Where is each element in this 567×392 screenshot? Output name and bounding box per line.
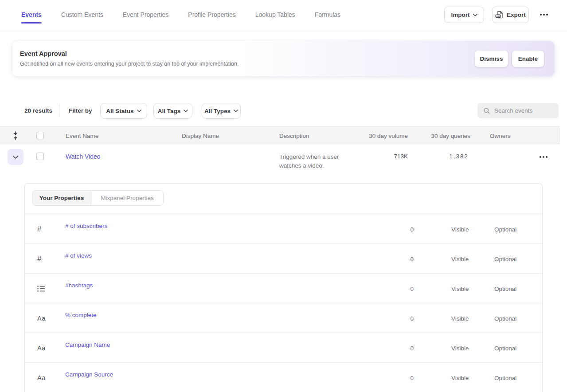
property-row: Aa Campaign Source 0 Visible Optional [25,362,542,392]
tab-event-properties[interactable]: Event Properties [123,0,169,29]
tab-formulas[interactable]: Formulas [315,0,340,29]
event-description: Triggered when a user watches a video. [279,153,339,170]
header-event-name: Event Name [66,133,98,139]
csv-file-icon: csv [495,11,504,19]
property-name-link[interactable]: Campaign Source [65,371,113,378]
chevron-down-icon [137,110,141,112]
tab-your-properties[interactable]: Your Properties [32,191,91,205]
text-icon: Aa [37,363,47,392]
text-icon: Aa [37,333,47,363]
tags-filter-label: All Tags [158,108,181,114]
tab-custom-events[interactable]: Custom Events [61,0,103,29]
number-icon: # [37,214,47,244]
collapse-all-icon[interactable] [12,131,19,141]
property-permission: Optional [494,256,516,263]
filter-by-label: Filter by [69,107,92,114]
property-name-link[interactable]: % complete [65,312,97,318]
property-visibility: Visible [451,315,469,322]
banner-description: Get notified on all new events entering … [20,61,239,67]
import-label: Import [451,12,470,18]
text-icon: Aa [37,303,47,333]
event-volume: 713K [350,153,408,160]
row-checkbox[interactable] [36,153,44,160]
property-volume: 0 [369,345,414,352]
property-volume: 0 [369,286,414,292]
property-row: #hashtags 0 Visible Optional [25,273,542,303]
lexicon-page: Events Custom Events Event Properties Pr… [0,0,567,392]
property-volume: 0 [369,226,414,233]
types-filter-label: All Types [204,108,231,114]
tab-events[interactable]: Events [21,0,42,29]
header-display-name: Display Name [182,133,219,139]
search-placeholder: Search events [494,107,532,114]
property-visibility: Visible [451,226,469,233]
row-more-menu-icon[interactable] [540,156,547,158]
property-visibility: Visible [451,375,469,381]
event-row-watch-video: Watch Video Triggered when a user watche… [0,145,567,183]
property-permission: Optional [494,315,516,322]
property-volume: 0 [369,375,414,381]
tab-profile-properties[interactable]: Profile Properties [188,0,235,29]
top-navigation: Events Custom Events Event Properties Pr… [0,0,567,29]
property-permission: Optional [494,226,516,233]
svg-text:csv: csv [497,15,500,17]
status-filter-label: All Status [106,108,133,114]
collapse-row-button[interactable] [8,149,23,165]
property-visibility: Visible [451,256,469,263]
chevron-down-icon [473,14,477,16]
status-filter-dropdown[interactable]: All Status [100,103,147,119]
chevron-down-icon [234,110,238,112]
property-volume: 0 [369,256,414,263]
number-icon: # [37,244,47,274]
events-table-header: Event Name Display Name Description 30 d… [0,126,559,144]
header-owners: Owners [490,133,511,139]
property-volume: 0 [369,315,414,322]
properties-list: # # of subscribers 0 Visible Optional # … [25,214,542,392]
import-button[interactable]: Import [444,7,484,23]
divider [59,105,59,117]
property-row: # # of views 0 Visible Optional [25,243,542,273]
property-visibility: Visible [451,345,469,352]
export-label: Export [507,12,526,18]
header-description: Description [279,133,309,139]
more-menu-icon[interactable] [540,14,548,16]
header-queries: 30 day queries [411,133,470,139]
banner-title: Event Approval [20,50,67,57]
event-approval-banner: Event Approval Get notified on all new e… [12,41,555,76]
property-permission: Optional [494,286,516,292]
property-row: Aa % complete 0 Visible Optional [25,303,542,333]
types-filter-dropdown[interactable]: All Types [202,103,241,119]
property-name-link[interactable]: Campaign Name [65,341,110,348]
properties-panel: Your Properties Mixpanel Properties # # … [24,183,543,392]
property-visibility: Visible [451,286,469,292]
property-permission: Optional [494,375,516,381]
event-name-link[interactable]: Watch Video [66,153,101,160]
search-icon [483,107,490,114]
properties-tabs: Your Properties Mixpanel Properties [32,190,164,206]
property-name-link[interactable]: #hashtags [65,282,93,289]
enable-button[interactable]: Enable [512,51,544,67]
export-button[interactable]: csv Export [492,7,529,23]
event-queries: 1,382 [411,153,469,160]
header-volume: 30 day volume [350,133,408,139]
chevron-down-icon [184,110,188,112]
results-count: 20 results [24,107,52,114]
property-name-link[interactable]: # of subscribers [65,223,107,229]
dismiss-button[interactable]: Dismiss [475,51,508,67]
property-permission: Optional [494,345,516,352]
nav-tabs: Events Custom Events Event Properties Pr… [21,0,340,29]
property-name-link[interactable]: # of views [65,252,92,259]
property-row: Aa Campaign Name 0 Visible Optional [25,333,542,362]
chevron-down-icon [13,156,18,159]
select-all-checkbox[interactable] [36,132,44,139]
list-icon [37,274,47,303]
tags-filter-dropdown[interactable]: All Tags [153,103,192,119]
tab-mixpanel-properties[interactable]: Mixpanel Properties [91,191,163,205]
tab-lookup-tables[interactable]: Lookup Tables [255,0,295,29]
search-input[interactable]: Search events [477,103,559,118]
property-row: # # of subscribers 0 Visible Optional [25,214,542,243]
